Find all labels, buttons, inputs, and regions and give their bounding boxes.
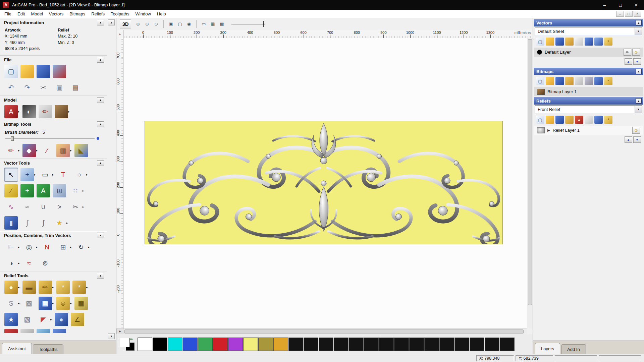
horizontal-scrollbar[interactable] bbox=[123, 328, 527, 334]
menu-item-file[interactable]: File bbox=[1, 10, 14, 17]
vector-doctor-icon[interactable]: + bbox=[20, 184, 34, 197]
polyline-arrow-icon[interactable]: > bbox=[53, 200, 66, 214]
move-layer-down-icon[interactable]: ▼ bbox=[633, 136, 641, 143]
flyout-arrow-icon[interactable]: ▸ bbox=[18, 261, 20, 265]
scroll-down-icon[interactable]: ▼ bbox=[108, 333, 115, 339]
zoom-fit-icon[interactable]: ▢ bbox=[176, 20, 184, 28]
palette-swatch-7[interactable] bbox=[243, 338, 258, 351]
palette-swatch-20[interactable] bbox=[439, 338, 454, 351]
zoom-1to1-icon[interactable]: ⊙ bbox=[152, 20, 160, 28]
collapse-section-icon[interactable] bbox=[97, 273, 104, 279]
palette-swatch-11[interactable] bbox=[304, 338, 318, 351]
texture-clay-icon[interactable]: * bbox=[72, 281, 86, 294]
minimize-button[interactable]: – bbox=[597, 0, 612, 10]
vector-layer-row[interactable]: Default Layer ✏ ⊙ bbox=[534, 48, 643, 57]
open-file-icon[interactable] bbox=[20, 65, 34, 78]
palette-swatch-22[interactable] bbox=[470, 338, 484, 351]
palette-swatch-0[interactable] bbox=[138, 338, 152, 351]
sculpting-icon[interactable]: ✏ bbox=[39, 281, 52, 294]
tab-add-in[interactable]: Add In bbox=[561, 344, 586, 354]
panel-scrollbar[interactable]: ▲ ▼ bbox=[108, 19, 115, 339]
layer-visibility-bulb-icon[interactable]: ⊙ bbox=[632, 127, 640, 134]
flyout-arrow-icon[interactable]: ▸ bbox=[18, 286, 20, 289]
open-image-icon[interactable] bbox=[55, 105, 68, 118]
palette-icon[interactable]: ▥ bbox=[56, 144, 70, 157]
ellipse-tool-icon[interactable]: ○ bbox=[72, 168, 86, 181]
import-relief-icon[interactable] bbox=[565, 116, 574, 124]
cut-icon[interactable]: ✂ bbox=[37, 81, 50, 94]
delete-relief-layer-icon[interactable] bbox=[594, 116, 603, 124]
extrude-tool-icon[interactable]: ▮ bbox=[4, 216, 18, 230]
array-dots-icon[interactable]: ∷ bbox=[69, 184, 82, 197]
bitmap-layer-row[interactable]: Bitmap Layer 1 bbox=[534, 87, 643, 96]
flyout-arrow-icon[interactable]: ▸ bbox=[52, 173, 54, 176]
texture-relief-icon[interactable]: ▦ bbox=[74, 297, 88, 310]
flyout-arrow-icon[interactable]: ▸ bbox=[34, 173, 36, 176]
palette-swatch-2[interactable] bbox=[168, 338, 182, 351]
palette-swatch-24[interactable] bbox=[500, 338, 515, 351]
relief-layer-row[interactable]: ▶ Relief Layer 1 ⊙ bbox=[534, 126, 643, 135]
rotate-copy-icon[interactable]: ↻ bbox=[74, 240, 88, 254]
fit-curve-icon[interactable]: ≈ bbox=[20, 200, 34, 214]
dome-relief-icon[interactable]: ● bbox=[55, 313, 68, 326]
redo-icon[interactable]: ↷ bbox=[20, 81, 34, 94]
contrast-slider[interactable] bbox=[231, 20, 265, 28]
shape-editor-icon[interactable]: ● bbox=[4, 281, 18, 294]
undo-icon[interactable]: ↶ bbox=[4, 81, 18, 94]
active-colour-swatch[interactable]: ✏ bbox=[119, 337, 136, 351]
relief-dropdown[interactable]: Front Relief bbox=[535, 105, 642, 113]
tab-assistant[interactable]: Assistant bbox=[2, 343, 32, 354]
palette-swatch-14[interactable] bbox=[349, 338, 364, 351]
import-vectors-icon[interactable] bbox=[565, 38, 574, 46]
slider-handle[interactable] bbox=[263, 21, 264, 27]
vertical-scrollbar[interactable] bbox=[527, 38, 533, 328]
save-bitmap-icon[interactable] bbox=[555, 77, 564, 85]
flyout-arrow-icon[interactable]: ▸ bbox=[83, 205, 84, 208]
menu-item-model[interactable]: Model bbox=[28, 10, 46, 17]
relief-layer-stack-icon[interactable]: ▤ bbox=[39, 297, 52, 310]
mesh-creator-icon[interactable] bbox=[20, 329, 34, 333]
bitmap-artwork[interactable] bbox=[145, 121, 503, 244]
menu-item-window[interactable]: Window bbox=[132, 10, 154, 17]
palette-swatch-17[interactable] bbox=[394, 338, 409, 351]
measure-tool-icon[interactable]: ∕ bbox=[4, 184, 18, 197]
flyout-arrow-icon[interactable]: ▸ bbox=[66, 221, 68, 225]
collapse-section-icon[interactable] bbox=[97, 57, 104, 63]
flyout-arrow-icon[interactable]: ▸ bbox=[86, 173, 88, 176]
collapse-section-icon[interactable] bbox=[97, 160, 104, 166]
rectangle-tool-icon[interactable]: ▭ bbox=[39, 168, 52, 181]
maximize-button[interactable]: □ bbox=[612, 0, 628, 10]
save-model-icon[interactable] bbox=[37, 65, 50, 78]
doc-minimize-button[interactable]: – bbox=[616, 11, 624, 17]
new-relief-icon[interactable]: ▢ bbox=[536, 116, 544, 124]
angled-plane-icon[interactable]: ∠ bbox=[71, 313, 84, 326]
menu-item-edit[interactable]: Edit bbox=[14, 10, 28, 17]
flyout-arrow-icon[interactable]: ▸ bbox=[70, 149, 72, 152]
new-bitmap-icon[interactable]: ▢ bbox=[536, 77, 544, 85]
edit-layer-icon[interactable]: ✏ bbox=[624, 49, 631, 56]
flyout-arrow-icon[interactable]: ▸ bbox=[52, 302, 54, 305]
save-vectors-icon[interactable] bbox=[555, 38, 564, 46]
bezier-curve-icon[interactable]: ∪ bbox=[37, 200, 50, 214]
paint-icon[interactable]: ✏ bbox=[4, 144, 18, 157]
weave-vectors-icon[interactable]: ≈ bbox=[22, 256, 36, 270]
canvas-viewport[interactable] bbox=[123, 38, 527, 328]
flyout-arrow-icon[interactable]: ▸ bbox=[18, 149, 20, 152]
menu-item-bitmaps[interactable]: Bitmaps bbox=[66, 10, 88, 17]
palette-swatch-16[interactable] bbox=[379, 338, 394, 351]
palette-swatch-8[interactable] bbox=[258, 338, 273, 351]
face-wizard-icon[interactable]: ☺ bbox=[56, 297, 70, 310]
palette-swatch-18[interactable] bbox=[409, 338, 424, 351]
move-layer-down-icon[interactable]: ▼ bbox=[633, 58, 641, 65]
flyout-arrow-icon[interactable]: ▸ bbox=[18, 110, 20, 113]
add-clay-icon[interactable]: * bbox=[56, 281, 70, 294]
import-bitmap-icon[interactable] bbox=[565, 77, 574, 85]
clipboard-bitmap-icon[interactable] bbox=[575, 77, 583, 85]
scrollbar-corner-box[interactable]: ▶ bbox=[116, 328, 123, 334]
scroll-up-icon[interactable]: ▲ bbox=[108, 19, 115, 25]
fan-relief-icon[interactable]: ◤ bbox=[37, 313, 50, 326]
scale-relief-icon[interactable]: ▲ bbox=[575, 116, 583, 124]
flyout-arrow-icon[interactable]: ▸ bbox=[50, 318, 52, 321]
new-model-icon[interactable]: ▢ bbox=[4, 65, 18, 78]
layer-colour-icon[interactable] bbox=[537, 50, 542, 55]
